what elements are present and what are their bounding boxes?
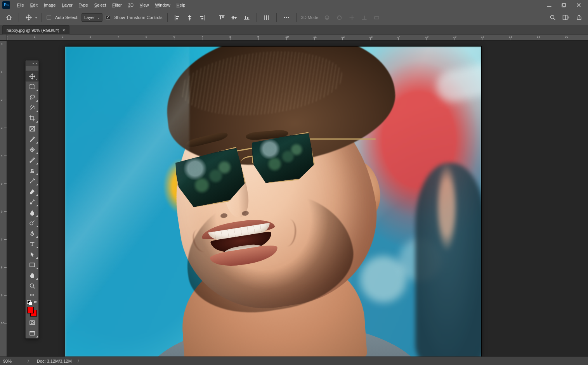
ruler-number: 6	[1, 210, 2, 213]
pen-tool[interactable]	[26, 228, 38, 239]
menu-file[interactable]: File	[14, 0, 27, 10]
window-minimize-icon[interactable]	[544, 2, 555, 9]
menu-select[interactable]: Select	[91, 0, 109, 10]
type-tool[interactable]	[26, 239, 38, 249]
align-top-icon[interactable]	[217, 12, 227, 22]
ruler-number: 16	[453, 35, 456, 38]
dodge-tool[interactable]	[26, 218, 38, 228]
align-vcenter-icon[interactable]	[229, 12, 239, 22]
workspace-switcher-icon[interactable]	[561, 12, 571, 22]
options-bar: ▾ Auto-Select: Layer ⌄ ✔ Show Transform …	[0, 10, 588, 25]
quick-mask-tool[interactable]	[26, 317, 38, 328]
zoom-level[interactable]: 90%	[3, 359, 22, 363]
show-transform-label: Show Transform Controls	[114, 15, 162, 20]
hand-tool[interactable]	[26, 270, 38, 280]
menu-edit[interactable]: Edit	[27, 0, 41, 10]
move-tool[interactable]	[26, 71, 38, 81]
screen-mode-tool[interactable]	[26, 328, 38, 338]
ruler-horizontal[interactable]: 01234567891011121314151617181920	[7, 35, 588, 41]
color-swatches[interactable]	[26, 305, 38, 317]
home-icon[interactable]	[4, 12, 14, 22]
canvas-stage[interactable]: «× ⋯⋯	[7, 41, 588, 356]
distribute-icon[interactable]	[262, 12, 272, 22]
menu-layer[interactable]: Layer	[59, 0, 76, 10]
marquee-tool[interactable]	[26, 81, 38, 92]
zoom-tool[interactable]	[26, 280, 38, 291]
document-canvas[interactable]	[65, 47, 481, 356]
window-restore-icon[interactable]	[559, 2, 569, 9]
tool-preset-caret-icon[interactable]: ▾	[35, 16, 37, 19]
lasso-tool[interactable]	[26, 92, 38, 102]
checkbox-checked-icon: ✔	[106, 15, 110, 20]
divider	[19, 13, 19, 22]
menu-type[interactable]: Type	[76, 0, 91, 10]
menu-image[interactable]: Image	[41, 0, 59, 10]
divider	[276, 13, 277, 22]
window-close-icon[interactable]	[573, 2, 584, 9]
svg-point-30	[325, 17, 329, 18]
clone-stamp-tool[interactable]	[26, 165, 38, 176]
rectangle-tool[interactable]	[26, 259, 38, 270]
move-tool-icon[interactable]	[24, 12, 34, 22]
align-hcenter-icon[interactable]	[185, 12, 195, 22]
svg-point-44	[30, 203, 32, 204]
show-transform-checkbox[interactable]: ✔ Show Transform Controls	[106, 15, 162, 20]
ruler-number: 4	[1, 154, 2, 157]
svg-point-28	[288, 17, 289, 18]
svg-rect-9	[188, 16, 191, 17]
frame-tool[interactable]	[26, 123, 38, 134]
document-size: Doc: 3,12M/3,12M	[37, 359, 72, 363]
status-chevron-icon[interactable]: 〉	[27, 358, 31, 364]
checkbox-icon	[47, 15, 51, 20]
history-brush-tool[interactable]	[26, 176, 38, 186]
menu-window[interactable]: Window	[152, 0, 173, 10]
path-selection-tool[interactable]	[26, 249, 38, 259]
tools-panel[interactable]: «× ⋯⋯	[25, 60, 39, 339]
more-align-icon[interactable]	[281, 12, 291, 22]
crop-tool[interactable]	[26, 113, 38, 123]
svg-rect-6	[176, 16, 179, 17]
panel-tab-grip-icon[interactable]: ⋯⋯	[26, 66, 38, 71]
tab-close-icon[interactable]: ×	[62, 28, 65, 33]
document-tab[interactable]: happy.jpg @ 90% (RGB/8#) ×	[2, 25, 69, 35]
magic-wand-tool[interactable]	[26, 102, 38, 113]
healing-brush-tool[interactable]	[26, 144, 38, 155]
status-chevron-icon[interactable]: 〉	[77, 358, 82, 364]
ruler-number: 10	[285, 35, 289, 38]
align-left-icon[interactable]	[172, 12, 182, 22]
eyedropper-tool[interactable]	[26, 134, 38, 144]
swap-colors-icon[interactable]: ⇄	[34, 300, 37, 304]
workspace: 01234567891011121314151617181920 0123456…	[0, 35, 588, 356]
photo-content	[65, 47, 481, 356]
eraser-tool[interactable]	[26, 186, 38, 197]
ruler-number: 11	[313, 35, 317, 38]
3d-pan-icon	[347, 12, 357, 22]
blur-tool[interactable]	[26, 207, 38, 218]
svg-rect-19	[235, 17, 236, 19]
align-right-icon[interactable]	[197, 12, 207, 22]
share-icon[interactable]	[574, 12, 584, 22]
ruler-vertical[interactable]: 012345678910	[0, 41, 7, 356]
brush-tool[interactable]	[26, 155, 38, 165]
align-bottom-icon[interactable]	[242, 12, 252, 22]
menu-3d[interactable]: 3D	[125, 0, 137, 10]
gradient-tool[interactable]	[26, 197, 38, 207]
foreground-color-swatch[interactable]	[27, 307, 34, 313]
menu-filter[interactable]: Filter	[109, 0, 125, 10]
menu-view[interactable]: View	[137, 0, 152, 10]
divider	[167, 13, 168, 22]
menu-help[interactable]: Help	[173, 0, 189, 10]
svg-line-34	[554, 19, 555, 20]
panel-close-icon[interactable]: ×	[35, 62, 37, 65]
menu-bar: Ps File Edit Image Layer Type Select Fil…	[0, 0, 588, 10]
svg-rect-35	[563, 15, 567, 20]
search-icon[interactable]	[548, 12, 558, 22]
panel-collapse-icon[interactable]: «	[33, 62, 34, 65]
ruler-origin[interactable]	[0, 35, 7, 41]
chevron-down-icon: ⌄	[97, 16, 100, 19]
default-colors-icon[interactable]: ⇄	[26, 299, 38, 304]
auto-select-checkbox[interactable]: Auto-Select:	[47, 15, 78, 20]
edit-toolbar-icon[interactable]: •••	[26, 291, 38, 299]
auto-select-target-dropdown[interactable]: Layer ⌄	[82, 13, 103, 22]
panel-drag-handle[interactable]: «×	[26, 61, 38, 66]
